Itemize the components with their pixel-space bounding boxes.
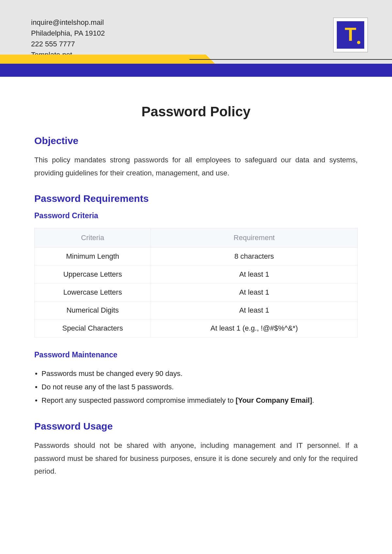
logo: T bbox=[333, 18, 368, 52]
table-header-cell: Requirement bbox=[151, 228, 358, 248]
section-heading-requirements: Password Requirements bbox=[34, 193, 358, 204]
list-item-suffix: . bbox=[312, 396, 314, 404]
table-cell: Minimum Length bbox=[35, 248, 151, 266]
contact-phone: 222 555 7777 bbox=[31, 39, 105, 49]
document-content: Password Policy Objective This policy ma… bbox=[34, 95, 358, 492]
contact-block: inquire@intelshop.mail Philadelphia, PA … bbox=[31, 17, 105, 60]
table-cell: At least 1 bbox=[151, 301, 358, 319]
table-row: Lowercase Letters At least 1 bbox=[35, 284, 358, 301]
maintenance-list: Passwords must be changed every 90 days.… bbox=[34, 367, 358, 407]
section-heading-usage: Password Usage bbox=[34, 421, 358, 432]
list-item-text: Passwords must be changed every 90 days. bbox=[41, 369, 183, 378]
list-item-bold: [Your Company Email] bbox=[236, 396, 312, 404]
yellow-accent-bar bbox=[0, 55, 206, 64]
table-row: Uppercase Letters At least 1 bbox=[35, 266, 358, 284]
table-row: Special Characters At least 1 (e.g., !@#… bbox=[35, 319, 358, 337]
subheading-criteria: Password Criteria bbox=[34, 211, 358, 220]
table-cell: At least 1 bbox=[151, 284, 358, 301]
objective-text: This policy mandates strong passwords fo… bbox=[34, 154, 358, 179]
usage-text: Passwords should not be shared with anyo… bbox=[34, 439, 358, 478]
table-cell: Numerical Digits bbox=[35, 301, 151, 319]
list-item: Report any suspected password compromise… bbox=[34, 394, 358, 407]
table-cell: Special Characters bbox=[35, 319, 151, 337]
subheading-maintenance: Password Maintenance bbox=[34, 350, 358, 359]
table-row: Minimum Length 8 characters bbox=[35, 248, 358, 266]
table-header-cell: Criteria bbox=[35, 228, 151, 248]
list-item: Do not reuse any of the last 5 passwords… bbox=[34, 381, 358, 394]
list-item-text: Report any suspected password compromise… bbox=[41, 396, 236, 404]
logo-letter: T bbox=[345, 25, 356, 44]
header-rule bbox=[189, 59, 392, 60]
list-item-text: Do not reuse any of the last 5 passwords… bbox=[41, 383, 174, 391]
table-cell: At least 1 bbox=[151, 266, 358, 284]
table-cell: Lowercase Letters bbox=[35, 284, 151, 301]
logo-dot-icon bbox=[357, 41, 360, 44]
criteria-table: Criteria Requirement Minimum Length 8 ch… bbox=[34, 228, 358, 337]
logo-inner: T bbox=[337, 21, 364, 49]
contact-email: inquire@intelshop.mail bbox=[31, 17, 105, 28]
table-row: Numerical Digits At least 1 bbox=[35, 301, 358, 319]
contact-address: Philadelphia, PA 19102 bbox=[31, 28, 105, 39]
page-title: Password Policy bbox=[34, 104, 358, 120]
section-heading-objective: Objective bbox=[34, 135, 358, 146]
table-cell: 8 characters bbox=[151, 248, 358, 266]
table-header-row: Criteria Requirement bbox=[35, 228, 358, 248]
table-cell: Uppercase Letters bbox=[35, 266, 151, 284]
blue-accent-bar bbox=[0, 64, 392, 77]
table-cell: At least 1 (e.g., !@#$%^&*) bbox=[151, 319, 358, 337]
list-item: Passwords must be changed every 90 days. bbox=[34, 367, 358, 381]
